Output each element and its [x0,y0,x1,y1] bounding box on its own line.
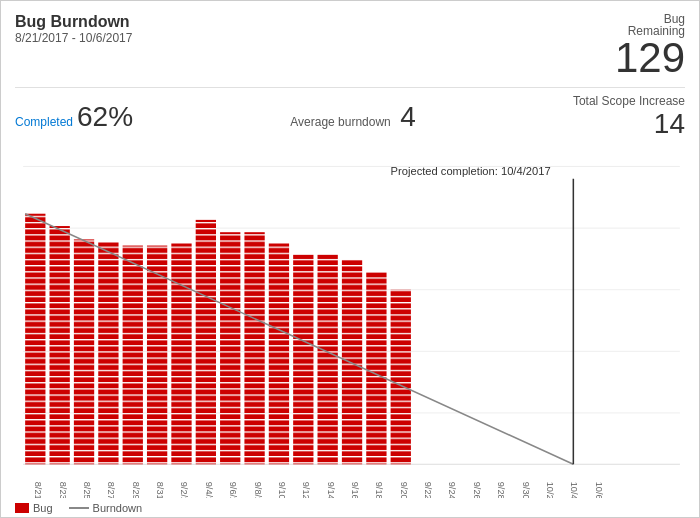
svg-text:8/21/2017: 8/21/2017 [33,482,43,497]
x-axis-labels: 8/21/2017 8/23/2017 8/25/2017 8/27/2017 … [33,482,603,497]
bar-8 [220,233,240,465]
bug-legend-label: Bug [33,502,53,514]
bug-legend-item: Bug [15,502,53,514]
total-scope-value: 14 [573,108,685,140]
completed-label: Completed [15,115,73,129]
svg-text:8/27/2017: 8/27/2017 [106,482,116,497]
total-scope-label: Total Scope Increase [573,94,685,108]
bar-5 [147,246,167,465]
remaining-value: 129 [615,34,685,81]
bar-1 [50,226,70,464]
svg-text:9/14/2017: 9/14/2017 [326,482,336,497]
svg-text:10/2/2017: 10/2/2017 [545,482,555,497]
burndown-legend-icon [69,507,89,509]
svg-text:9/20/2017: 9/20/2017 [399,482,409,497]
burndown-legend-label: Burndown [93,502,143,514]
completed-value: 62% [77,101,133,133]
date-range: 8/21/2017 - 10/6/2017 [15,31,132,45]
bar-2 [74,240,94,465]
avg-stat: Average burndown 4 [133,101,573,133]
svg-text:10/6/2017: 10/6/2017 [594,482,604,497]
total-scope-stat: Total Scope Increase 14 [573,94,685,140]
svg-text:10/4/2017: 10/4/2017 [569,482,579,497]
header-left: Bug Burndown 8/21/2017 - 10/6/2017 [15,13,132,45]
main-container: Bug Burndown 8/21/2017 - 10/6/2017 Bug R… [0,0,700,518]
bar-14 [366,273,386,465]
projected-label: Projected completion: 10/4/2017 [391,165,551,177]
svg-text:9/8/2017: 9/8/2017 [253,482,263,497]
burndown-chart: 250 200 150 100 50 0 [15,148,685,497]
avg-label: Average burndown [290,115,394,129]
chart-title: Bug Burndown [15,13,132,31]
stats-row: Completed 62% Average burndown 4 Total S… [15,87,685,148]
svg-text:9/24/2017: 9/24/2017 [447,482,457,497]
svg-text:9/6/2017: 9/6/2017 [228,482,238,497]
svg-text:9/28/2017: 9/28/2017 [496,482,506,497]
header: Bug Burndown 8/21/2017 - 10/6/2017 Bug R… [15,13,685,79]
svg-text:9/2/2017: 9/2/2017 [179,482,189,497]
svg-text:9/30/2017: 9/30/2017 [521,482,531,497]
svg-text:9/10/2017: 9/10/2017 [277,482,287,497]
svg-text:8/31/2017: 8/31/2017 [155,482,165,497]
bar-12 [318,255,338,464]
chart-area: 250 200 150 100 50 0 [15,148,685,497]
svg-text:8/23/2017: 8/23/2017 [58,482,68,497]
svg-text:9/16/2017: 9/16/2017 [350,482,360,497]
bar-3 [98,243,118,465]
completed-stat: Completed 62% [15,101,133,133]
avg-value: 4 [400,101,416,132]
bug-legend-icon [15,503,29,513]
bar-7 [196,220,216,464]
svg-text:9/26/2017: 9/26/2017 [472,482,482,497]
bar-15 [391,290,411,465]
bar-0 [25,214,45,465]
bar-11 [293,255,313,464]
svg-text:9/12/2017: 9/12/2017 [301,482,311,497]
svg-text:8/25/2017: 8/25/2017 [82,482,92,497]
svg-text:9/4/2017: 9/4/2017 [204,482,214,497]
bar-10 [269,244,289,465]
bar-6 [171,244,191,465]
bar-13 [342,260,362,464]
bar-9 [244,233,264,465]
burndown-legend-item: Burndown [69,502,143,514]
svg-text:8/29/2017: 8/29/2017 [131,482,141,497]
svg-text:9/22/2017: 9/22/2017 [423,482,433,497]
chart-legend: Bug Burndown [15,502,685,514]
bar-4 [123,246,143,465]
svg-text:9/18/2017: 9/18/2017 [374,482,384,497]
header-right: Bug Remaining 129 [615,13,685,79]
